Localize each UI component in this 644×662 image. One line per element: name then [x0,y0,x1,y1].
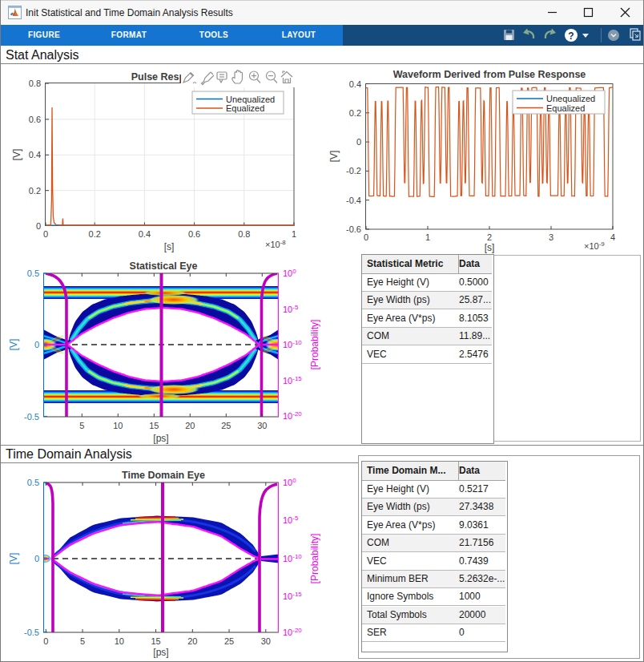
svg-text:×10-9: ×10-9 [584,240,605,251]
svg-text:15: 15 [149,421,159,430]
svg-text:1: 1 [292,229,296,239]
svg-text:[Probability]: [Probability] [309,320,320,370]
svg-text:-0.5: -0.5 [24,412,39,422]
svg-text:5: 5 [80,636,85,646]
svg-text:[Probability]: [Probability] [309,534,320,584]
svg-text:30: 30 [257,421,267,430]
svg-text:0: 0 [34,340,39,349]
svg-text:0.4: 0.4 [349,79,361,89]
svg-text:0.2: 0.2 [349,108,361,118]
svg-text:3: 3 [549,232,553,242]
svg-text:0: 0 [43,229,48,239]
svg-text:0.2: 0.2 [89,229,101,239]
svg-text:10: 10 [113,421,123,430]
svg-text:0: 0 [34,554,39,563]
svg-text:10-20: 10-20 [283,410,302,421]
svg-text:0.2: 0.2 [29,186,41,196]
svg-text:4: 4 [610,232,615,242]
svg-text:Equalized: Equalized [226,103,264,113]
svg-text:10-10: 10-10 [283,339,302,349]
svg-text:0.8: 0.8 [29,79,41,88]
svg-text:[V]: [V] [8,339,19,351]
svg-text:Waveform Derived from Pulse Re: Waveform Derived from Pulse Response [393,69,586,80]
svg-text:25: 25 [224,636,234,646]
svg-text:[s]: [s] [164,241,175,252]
svg-text:[V]: [V] [8,553,19,565]
svg-text:0: 0 [364,232,368,242]
svg-text:15: 15 [151,636,160,646]
svg-text:-0.4: -0.4 [346,196,361,205]
svg-text:10-15: 10-15 [283,591,302,601]
svg-text:0.6: 0.6 [188,229,200,239]
svg-text:0.4: 0.4 [139,229,151,239]
svg-text:30: 30 [261,636,271,646]
svg-text:-0.2: -0.2 [346,166,361,176]
svg-text:0.5: 0.5 [27,268,39,278]
svg-text:10: 10 [115,636,124,646]
svg-text:0.4: 0.4 [29,150,41,159]
svg-text:[V]: [V] [328,151,340,163]
svg-text:-0.5: -0.5 [24,628,39,637]
svg-text:0.6: 0.6 [29,115,41,124]
svg-text:-0.6: -0.6 [346,224,361,234]
svg-text:0.8: 0.8 [238,229,250,239]
svg-text:20: 20 [187,636,197,646]
svg-text:25: 25 [221,421,231,430]
svg-text:0.5: 0.5 [27,478,39,487]
svg-text:10-15: 10-15 [283,375,302,385]
svg-text:20: 20 [185,421,195,430]
svg-text:10-20: 10-20 [283,627,302,637]
svg-text:Time Domain Eye: Time Domain Eye [122,470,205,481]
svg-text:Statistical Eye: Statistical Eye [130,260,198,272]
svg-text:[ps]: [ps] [153,647,168,658]
svg-text:100: 100 [283,268,296,278]
svg-text:[s]: [s] [485,242,495,253]
svg-text:10-10: 10-10 [283,553,302,563]
svg-text:1: 1 [425,232,430,242]
svg-text:100: 100 [283,477,296,487]
svg-text:Unequalized: Unequalized [546,94,595,103]
svg-text:[V]: [V] [11,149,22,161]
svg-text:10-5: 10-5 [283,515,299,525]
svg-text:×10-8: ×10-8 [265,239,286,249]
svg-text:Equalized: Equalized [546,103,585,113]
svg-text:[ps]: [ps] [153,433,168,444]
svg-text:2: 2 [487,232,492,242]
svg-text:0: 0 [43,636,48,646]
svg-text:0: 0 [36,221,41,231]
svg-text:5: 5 [79,421,84,430]
svg-text:0: 0 [356,137,361,147]
svg-text:Unequalized: Unequalized [226,95,275,104]
svg-text:10-5: 10-5 [283,304,299,314]
